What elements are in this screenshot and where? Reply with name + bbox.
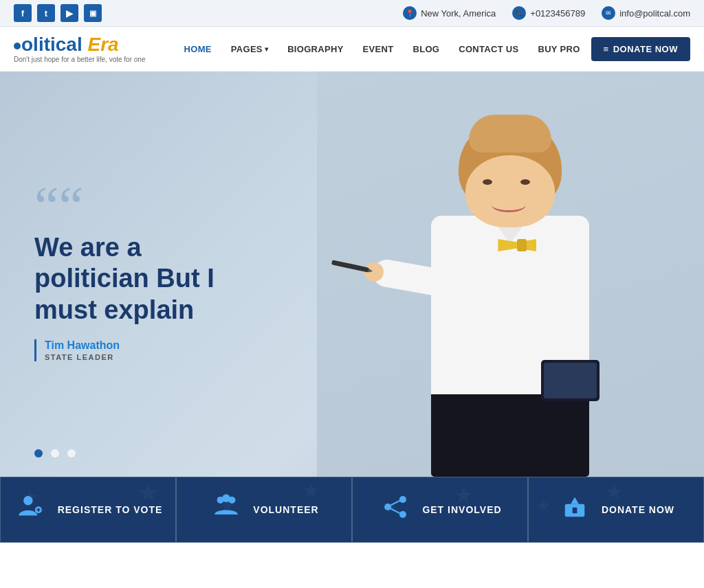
cta-volunteer[interactable]: VOLUNTEER — [176, 477, 352, 543]
svg-point-19 — [384, 503, 391, 510]
logo-era: Era — [87, 34, 118, 55]
location-icon: 📍 — [403, 6, 417, 20]
involved-label: GET INVOLVED — [422, 504, 501, 515]
svg-line-21 — [391, 508, 400, 513]
dot-3[interactable] — [67, 449, 76, 457]
cta-bottom-row: REGISTER TO VOTE VOLUNTEER — [0, 477, 704, 543]
volunteer-label: VOLUNTEER — [253, 504, 318, 515]
figure-face — [465, 155, 555, 227]
navbar: olitical Era Don't just hope for a bette… — [0, 27, 704, 71]
twitter-icon[interactable]: t — [37, 4, 55, 22]
bowtie-knot — [517, 239, 527, 251]
nav-contact[interactable]: CONTACT US — [450, 40, 527, 58]
quote-mark: ““ — [34, 187, 254, 225]
figure-bowtie — [498, 238, 536, 253]
phone-text: +0123456789 — [530, 8, 585, 19]
nav-buy-pro[interactable]: BUY PRO — [529, 40, 588, 58]
logo-tagline: Don't just hope for a better life, vote … — [14, 56, 145, 63]
hero-section: ““ We are a politician But I must explai… — [0, 71, 704, 477]
logo[interactable]: olitical Era Don't just hope for a bette… — [14, 35, 145, 63]
top-contact: 📍 New York, America 📞 +0123456789 ✉ info… — [403, 6, 690, 20]
social-icons: f t ▶ ▣ — [14, 4, 102, 22]
svg-point-18 — [399, 510, 406, 517]
pages-chevron: ▾ — [265, 45, 268, 53]
svg-point-16 — [222, 494, 230, 502]
donate-now-label: DONATE NOW — [602, 504, 674, 515]
author-name: Tim Hawathon — [45, 339, 254, 352]
cta-donate[interactable]: DONATE NOW — [528, 477, 704, 543]
svg-rect-23 — [573, 507, 578, 512]
donate-svg — [560, 493, 589, 521]
instagram-icon[interactable]: ▣ — [84, 4, 102, 22]
hero-content: ““ We are a politician But I must explai… — [0, 187, 289, 362]
involved-svg — [381, 493, 410, 521]
nav-biography[interactable]: BIOGRAPHY — [279, 40, 351, 58]
location-text: New York, America — [421, 8, 496, 19]
figure-pen — [331, 260, 369, 272]
involved-icon — [378, 493, 412, 528]
nav-menu: HOME PAGES ▾ BIOGRAPHY EVENT BLOG CONTAC… — [176, 37, 690, 61]
youtube-icon[interactable]: ▶ — [60, 4, 78, 22]
top-bar: f t ▶ ▣ 📍 New York, America 📞 +012345678… — [0, 0, 704, 27]
hero-author: Tim Hawathon STATE LEADER — [34, 339, 254, 361]
hero-image — [317, 71, 704, 477]
dot-1[interactable] — [34, 449, 43, 457]
register-svg — [16, 493, 45, 521]
location-item: 📍 New York, America — [403, 6, 496, 20]
nav-home[interactable]: HOME — [176, 40, 220, 58]
cta-involved[interactable]: GET INVOLVED — [352, 477, 528, 543]
hero-heading: We are a politician But I must explain — [34, 232, 254, 326]
volunteer-svg — [212, 493, 241, 521]
volunteer-icon — [209, 493, 243, 528]
cta-section: ★ ★ ★ ★ ★ ★ ★ ★ ★ ★ REGISTER TO — [0, 477, 704, 543]
svg-line-20 — [391, 500, 400, 505]
donate-button[interactable]: ≡ DONATE NOW — [591, 37, 690, 61]
nav-pages[interactable]: PAGES ▾ — [223, 40, 276, 58]
nav-event[interactable]: EVENT — [355, 40, 402, 58]
phone-item: 📞 +0123456789 — [512, 6, 585, 20]
email-text: info@politcal.com — [619, 8, 690, 19]
register-icon — [14, 493, 48, 528]
register-label: REGISTER TO VOTE — [58, 504, 163, 515]
author-title: STATE LEADER — [45, 353, 254, 361]
svg-point-10 — [23, 496, 32, 505]
logo-political: olitical — [14, 34, 87, 55]
dot-2[interactable] — [51, 449, 59, 457]
phone-icon: 📞 — [512, 6, 526, 20]
donate-icon: ≡ — [604, 44, 609, 54]
svg-point-17 — [399, 496, 406, 503]
email-icon: ✉ — [602, 6, 615, 20]
figure-skirt — [431, 394, 589, 477]
nav-blog[interactable]: BLOG — [404, 40, 448, 58]
figure-tablet — [541, 360, 600, 401]
facebook-icon[interactable]: f — [14, 4, 32, 22]
politician-figure — [393, 106, 627, 477]
donate-icon-cta — [558, 493, 592, 528]
donate-label: DONATE NOW — [613, 44, 678, 54]
slider-dots — [34, 449, 76, 457]
email-item: ✉ info@politcal.com — [602, 6, 690, 20]
cta-register[interactable]: REGISTER TO VOTE — [0, 477, 176, 543]
